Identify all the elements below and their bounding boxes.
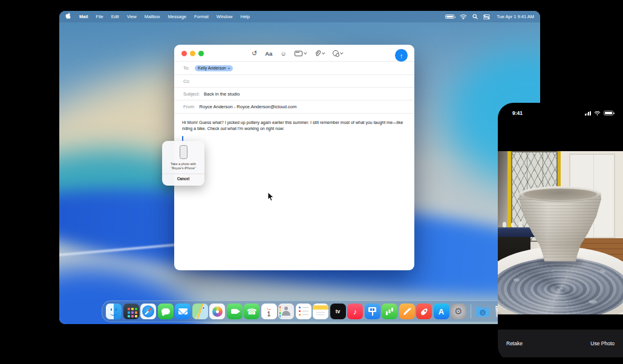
menu-item-message[interactable]: Message bbox=[168, 14, 186, 19]
minimize-button[interactable] bbox=[190, 51, 195, 56]
dock-calendar[interactable]: Tue1 bbox=[261, 304, 277, 319]
message-text: Hi Mom! Guess what? I picked up pottery … bbox=[182, 120, 407, 131]
photos-flower-icon bbox=[212, 307, 223, 317]
shelf-pot bbox=[503, 222, 506, 227]
dock-downloads[interactable]: ↓ bbox=[475, 304, 491, 319]
menu-item-help[interactable]: Help bbox=[240, 14, 249, 19]
wifi-icon[interactable] bbox=[460, 14, 467, 19]
finder-smile bbox=[110, 311, 117, 316]
dock-safari[interactable] bbox=[140, 304, 156, 319]
menu-item-format[interactable]: Format bbox=[194, 14, 209, 19]
chevron-down-icon bbox=[340, 51, 343, 54]
battery-icon bbox=[604, 111, 613, 115]
menu-item-file[interactable]: File bbox=[96, 14, 103, 19]
undo-button[interactable]: ↺ bbox=[252, 50, 257, 57]
bowl-interior bbox=[523, 189, 597, 200]
dock-tv[interactable]: tv bbox=[330, 304, 346, 319]
popover-line2: “Royce’s iPhone” bbox=[171, 166, 196, 171]
keynote-podium-icon bbox=[368, 307, 376, 312]
iphone-clock: 9:41 bbox=[512, 110, 523, 116]
apple-menu-icon[interactable] bbox=[65, 13, 71, 21]
menu-item-view[interactable]: View bbox=[127, 14, 137, 19]
envelope-icon bbox=[178, 308, 188, 314]
close-button[interactable] bbox=[181, 51, 187, 56]
reminders-dots-icon bbox=[299, 307, 301, 308]
menu-bar-left: Mail File Edit View Mailbox Message Form… bbox=[65, 13, 250, 21]
dock-numbers[interactable] bbox=[382, 304, 397, 319]
attach-button[interactable] bbox=[314, 50, 325, 57]
from-field[interactable]: From: Royce Anderson - Royce.Anderson@ic… bbox=[174, 100, 414, 114]
phone-icon: ☎ bbox=[247, 307, 256, 316]
zoom-button[interactable] bbox=[198, 51, 204, 56]
battery-icon[interactable] bbox=[445, 15, 454, 19]
menu-bar-clock[interactable]: Tue Apr 1 9:41 AM bbox=[497, 14, 534, 19]
app-store-icon: A bbox=[439, 307, 444, 316]
format-button[interactable]: Aa bbox=[265, 50, 272, 57]
message-body[interactable]: Hi Mom! Guess what? I picked up pottery … bbox=[174, 114, 414, 142]
dock-keynote[interactable] bbox=[365, 304, 380, 319]
to-field[interactable]: To: Kelly Anderson bbox=[174, 62, 414, 75]
dock-maps[interactable] bbox=[192, 304, 208, 319]
bar-chart-icon bbox=[386, 311, 388, 315]
popover-message: Take a photo with “Royce’s iPhone” bbox=[171, 162, 196, 171]
reminders-lines bbox=[302, 307, 308, 308]
dock: ☎ Tue1 tv ♪ A ⚙ ↓ bbox=[102, 301, 512, 322]
subject-label: Subject: bbox=[183, 91, 200, 97]
cc-field[interactable]: Cc: bbox=[174, 75, 414, 88]
popover-line1: Take a photo with bbox=[171, 162, 196, 166]
menu-item-window[interactable]: Window bbox=[217, 14, 233, 19]
dock-contacts[interactable] bbox=[278, 304, 294, 319]
menu-bar-status: Tue Apr 1 9:41 AM bbox=[445, 14, 534, 19]
dock-messages[interactable] bbox=[158, 304, 174, 319]
rocket-icon bbox=[420, 307, 428, 316]
recipient-token[interactable]: Kelly Anderson bbox=[195, 65, 233, 71]
iphone-icon bbox=[180, 145, 188, 159]
dock-pages[interactable] bbox=[399, 304, 415, 319]
mac-display: Mail File Edit View Mailbox Message Form… bbox=[59, 11, 540, 324]
stage: Mail File Edit View Mailbox Message Form… bbox=[0, 0, 623, 364]
insert-photo-icon bbox=[333, 50, 339, 56]
retake-button[interactable]: Retake bbox=[506, 340, 523, 346]
use-photo-button[interactable]: Use Photo bbox=[590, 340, 615, 346]
menu-item-app[interactable]: Mail bbox=[79, 14, 88, 19]
from-label: From: bbox=[183, 104, 195, 109]
dock-finder[interactable] bbox=[106, 304, 122, 319]
downloads-folder-icon: ↓ bbox=[476, 308, 489, 317]
notes-icon bbox=[313, 305, 328, 310]
dock-phone[interactable]: ☎ bbox=[244, 304, 259, 319]
subject-field[interactable]: Subject: Back in the studio bbox=[174, 88, 414, 100]
menu-bar: Mail File Edit View Mailbox Message Form… bbox=[59, 11, 540, 22]
dock-mail[interactable] bbox=[175, 304, 191, 319]
header-fields-button[interactable] bbox=[295, 51, 307, 56]
menu-item-mailbox[interactable]: Mailbox bbox=[145, 14, 160, 19]
dock-rocket-app[interactable] bbox=[416, 304, 432, 319]
dock-music[interactable]: ♪ bbox=[347, 304, 363, 319]
window-controls bbox=[181, 51, 204, 56]
send-button[interactable]: ↑ bbox=[395, 49, 408, 62]
compass-needle bbox=[145, 308, 151, 314]
emoji-button[interactable]: ☺ bbox=[280, 50, 286, 57]
bowl-body bbox=[519, 193, 601, 261]
mail-compose-window: ↺ Aa ☺ ↑ To: Kelly Anderson Cc: bbox=[174, 45, 414, 270]
dock-system-settings[interactable]: ⚙ bbox=[451, 304, 466, 319]
dock-facetime[interactable] bbox=[227, 304, 243, 319]
insert-photo-button[interactable] bbox=[333, 50, 343, 56]
search-icon[interactable] bbox=[472, 14, 478, 19]
dock-launchpad[interactable] bbox=[123, 304, 139, 319]
to-label: To: bbox=[183, 65, 189, 71]
dock-photos[interactable] bbox=[209, 304, 225, 319]
subject-value: Back in the studio bbox=[204, 91, 240, 97]
maps-road-icon bbox=[195, 304, 204, 319]
dock-app-store[interactable]: A bbox=[434, 304, 449, 319]
cellular-signal-icon bbox=[585, 111, 591, 116]
clay-splat bbox=[589, 300, 597, 304]
control-center-icon[interactable] bbox=[483, 15, 490, 19]
menu-item-edit[interactable]: Edit bbox=[111, 14, 119, 19]
shelf-pot bbox=[511, 223, 514, 227]
cancel-button[interactable]: Cancel bbox=[177, 174, 190, 183]
dock-notes[interactable] bbox=[313, 304, 328, 319]
notes-lines bbox=[316, 312, 325, 313]
clay-bowl bbox=[519, 186, 601, 265]
chevron-down-icon bbox=[227, 67, 230, 69]
dock-reminders[interactable] bbox=[296, 304, 312, 319]
